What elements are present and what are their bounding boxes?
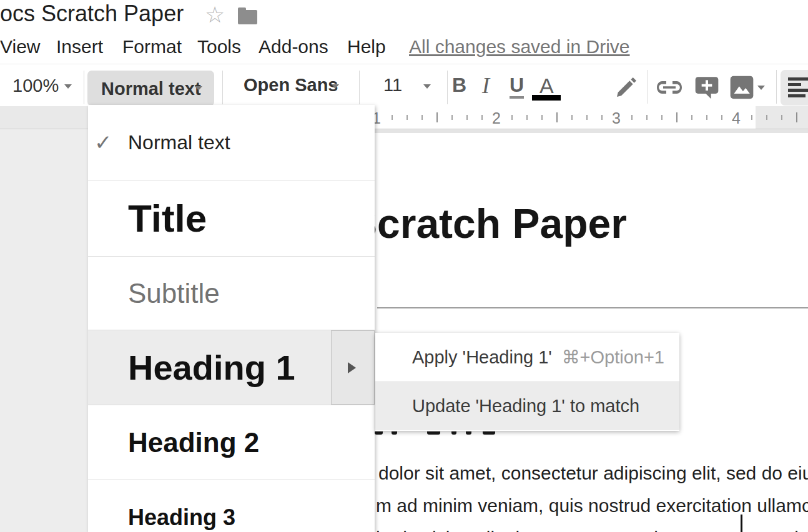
toolbar-separator [447,71,448,104]
paint-format-icon[interactable] [614,75,639,100]
paragraph-style-select[interactable]: Normal text [87,71,214,106]
toolbar-separator [84,71,84,104]
star-icon[interactable]: ☆ [205,2,225,27]
menu-item-label: Title [128,196,207,240]
ruler-tick [586,115,588,120]
chevron-down-icon[interactable] [64,84,72,89]
submenu-item-apply-heading1[interactable]: Apply 'Heading 1' ⌘+Option+1 [375,333,679,382]
menu-item-title[interactable]: Title [88,180,375,256]
ruler-tick [436,112,438,122]
menu-item-normal-text[interactable]: ✓ Normal text [88,105,375,180]
ruler-tick [421,115,423,120]
align-bar [788,89,808,92]
ruler-tick [676,112,677,122]
ruler-tick [721,115,722,120]
submenu-item-label: Update 'Heading 1' to match [412,396,639,416]
ruler-number: 3 [612,109,621,127]
bold-button[interactable]: B [452,74,466,97]
underline-button[interactable]: U [510,74,524,97]
menu-help[interactable]: Help [347,36,386,57]
menu-format[interactable]: Format [122,36,182,57]
check-icon: ✓ [94,130,112,155]
obscured-heading-fragment [427,431,440,435]
ruler-tick [766,115,767,120]
chevron-down-icon[interactable] [423,84,431,89]
menu-bar: View Insert Format Tools Add-ons Help Al… [0,31,808,64]
chevron-down-icon [195,86,202,91]
menu-item-subtitle[interactable]: Subtitle [88,256,375,330]
menu-item-label: Heading 2 [128,427,259,458]
ruler-tick [466,115,468,120]
obscured-heading-fragment [483,431,495,435]
toolbar-separator [222,71,223,104]
menu-view[interactable]: View [0,36,40,57]
ruler-tick [526,115,528,120]
text-cursor [741,515,742,532]
insert-link-icon[interactable] [657,77,682,102]
ruler-tick [706,115,707,120]
horizontal-rule [377,307,808,308]
menu-addons[interactable]: Add-ons [259,36,328,57]
ruler-tick [392,115,393,120]
text-color-swatch [532,95,561,101]
folder-icon[interactable] [238,10,257,24]
obscured-heading-fragment [466,431,471,435]
ruler-tick [541,115,543,120]
font-size-select[interactable]: 11 [383,75,402,96]
menu-item-heading-2[interactable]: Heading 2 [88,405,375,480]
save-status-link[interactable]: All changes saved in Drive [409,36,630,57]
ruler-tick [631,115,633,120]
body-text-line[interactable]: dolor sit amet, consectetur adipiscing e… [378,461,808,486]
ruler-tick [601,115,603,120]
paragraph-styles-menu: ✓ Normal text Title Subtitle Heading 1 H… [88,105,375,532]
toolbar-separator [648,70,648,104]
heading1-submenu: Apply 'Heading 1' ⌘+Option+1 Update 'Hea… [375,333,679,431]
align-bar [788,83,801,86]
ruler-tick [451,115,453,120]
align-bar [788,94,806,97]
ruler-tick [796,112,797,122]
ruler-tick [691,115,692,120]
paragraph-style-value: Normal text [101,79,201,99]
zoom-select[interactable]: 100% [12,76,59,96]
google-docs-window: Scratch Paper dolor sit amet, consectetu… [0,0,808,532]
document-name[interactable]: ocs Scratch Paper [0,1,184,27]
chevron-right-icon [348,362,356,373]
chevron-down-icon[interactable] [757,86,765,90]
ruler-tick [646,115,648,120]
insert-comment-icon[interactable] [694,75,719,100]
ruler-tick [571,115,573,120]
ruler-tick [481,115,483,120]
menu-insert[interactable]: Insert [56,36,103,57]
heading1-submenu-button[interactable] [331,330,375,405]
toolbar: 100% Normal text Open Sans 11 B I U A [0,64,808,107]
ruler-tick [661,115,663,120]
underline-label: U [510,74,524,99]
ruler-tick [556,112,558,122]
ruler-tick [781,115,782,120]
toolbar-separator [776,70,777,104]
align-left-button[interactable] [781,70,808,106]
ruler-number: 4 [732,109,741,127]
obscured-heading-fragment [451,431,456,435]
chevron-down-icon[interactable] [332,84,339,89]
obscured-heading-fragment [392,431,397,435]
menu-item-label: Heading 3 [128,505,235,531]
body-text-line[interactable]: m ad minim veniam, quis nostrud exercita… [376,493,808,518]
document-title-text[interactable]: Scratch Paper [350,200,627,247]
insert-image-icon[interactable] [729,75,754,100]
ruler-tick [751,115,752,120]
menu-item-heading-3[interactable]: Heading 3 [88,480,375,532]
body-text-line[interactable]: boris nisi ut aliquip ex ea commodo cons… [376,526,808,532]
italic-button[interactable]: I [482,72,490,99]
submenu-item-update-heading1[interactable]: Update 'Heading 1' to match [375,382,679,430]
title-bar: ocs Scratch Paper ☆ [0,0,808,31]
keyboard-shortcut: ⌘+Option+1 [562,347,664,368]
menu-tools[interactable]: Tools [197,36,241,57]
menu-item-label: Subtitle [128,278,220,309]
align-bar [788,77,808,81]
submenu-item-label: Apply 'Heading 1' [412,347,552,368]
font-select[interactable]: Open Sans [244,75,338,96]
ruler-tick [511,115,513,120]
menu-item-label: Normal text [128,131,230,154]
